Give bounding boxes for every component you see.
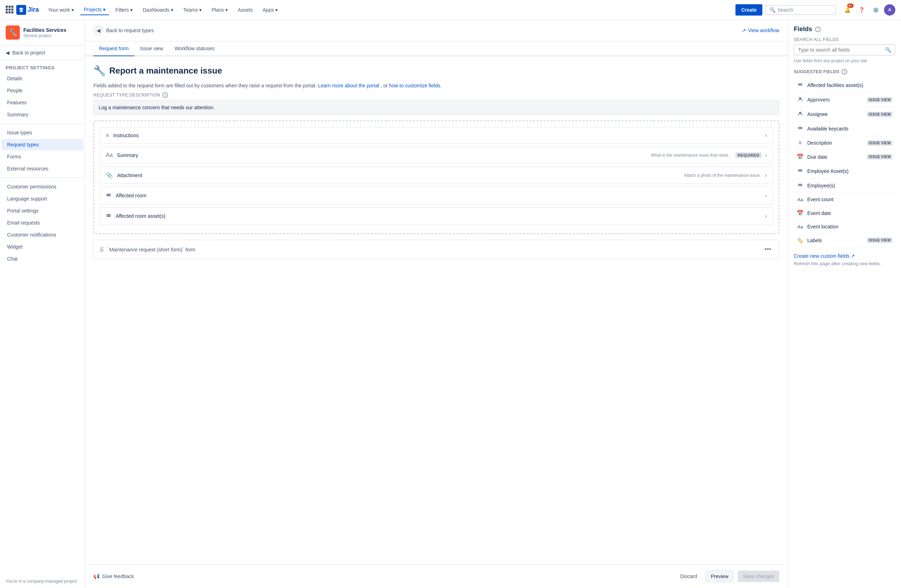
field-item-name-labels: Labels — [807, 238, 864, 243]
field-item-assignee[interactable]: Assignee ISSUE VIEW — [794, 107, 895, 121]
tab-issue-view[interactable]: Issue view — [134, 41, 169, 56]
preview-button[interactable]: Preview — [705, 570, 734, 582]
grid-icon[interactable] — [6, 6, 14, 14]
field-item-name-description: Description — [807, 140, 864, 146]
sidebar-item-language-support[interactable]: Language support — [2, 193, 83, 204]
field-summary-icon: Aa — [106, 152, 113, 159]
create-button[interactable]: Create — [736, 4, 762, 16]
tab-request-form[interactable]: Request form — [94, 41, 134, 56]
sidebar-item-issue-types[interactable]: Issue types — [2, 127, 83, 138]
sidebar-item-forms[interactable]: Forms — [2, 151, 83, 162]
sidebar-item-email-requests[interactable]: Email requests — [2, 217, 83, 229]
field-item-event-count[interactable]: Aa Event count — [794, 193, 895, 206]
sidebar-item-customer-notifications[interactable]: Customer notifications — [2, 229, 83, 240]
field-item-event-date[interactable]: 📅 Event date — [794, 206, 895, 220]
sidebar-item-widget[interactable]: Widget — [2, 241, 83, 252]
sidebar-item-details[interactable]: Details — [2, 73, 83, 84]
sidebar-item-customer-permissions[interactable]: Customer permissions — [2, 181, 83, 192]
nav-your-work[interactable]: Your work ▾ — [45, 5, 78, 15]
search-icon: 🔍 — [769, 7, 775, 13]
nav-dashboards[interactable]: Dashboards ▾ — [139, 5, 177, 15]
nav-plans[interactable]: Plans ▾ — [208, 5, 231, 15]
field-item-name: Affected facilities asset(s) — [807, 82, 893, 88]
svg-rect-5 — [798, 85, 802, 86]
field-summary[interactable]: Aa Summary What is the maintenance issue… — [100, 147, 773, 164]
svg-rect-11 — [798, 171, 802, 172]
customize-link[interactable]: how to customize fields. — [389, 83, 442, 89]
field-item-icon-employee-assets — [797, 168, 804, 175]
field-item-event-location[interactable]: Aa Event location — [794, 220, 895, 233]
field-item-description[interactable]: ≡ Description ISSUE VIEW — [794, 136, 895, 150]
field-item-labels[interactable]: 🏷️ Labels ISSUE VIEW — [794, 233, 895, 247]
field-item-approvers[interactable]: Approvers ISSUE VIEW — [794, 93, 895, 107]
field-item-due-date[interactable]: 📅 Due date ISSUE VIEW — [794, 150, 895, 164]
nav-logo[interactable]: Jira — [6, 5, 39, 15]
field-item-name-keycards: Available keycards — [807, 126, 893, 132]
tab-workflow-statuses[interactable]: Workflow statuses — [169, 41, 220, 56]
three-dots-menu[interactable]: ••• — [762, 245, 773, 254]
save-changes-button[interactable]: Save changes — [738, 571, 779, 582]
user-avatar[interactable]: A — [884, 4, 895, 16]
field-attachment[interactable]: 📎 Attachment Attach a photo of the maint… — [100, 166, 773, 184]
nav-teams[interactable]: Teams ▾ — [180, 5, 205, 15]
search-box[interactable]: 🔍 Search — [765, 5, 836, 15]
field-affected-room[interactable]: Affected room › — [100, 187, 773, 204]
project-header[interactable]: 🔧 Facilities Services Service project — [0, 20, 84, 46]
sidebar-item-portal-settings[interactable]: Portal settings — [2, 205, 83, 216]
fields-info-icon[interactable]: i — [815, 26, 821, 32]
field-affected-room-assets[interactable]: Affected room asset(s) › — [100, 207, 773, 225]
field-item-icon-assignee — [797, 110, 804, 118]
field-item-employees[interactable]: Employee(s) — [794, 179, 895, 193]
field-item-keycards[interactable]: Available keycards — [794, 121, 895, 136]
suggested-info-icon[interactable]: i — [842, 69, 847, 75]
field-item-name-event-location: Event location — [807, 224, 893, 229]
field-summary-label: Summary — [117, 152, 651, 158]
notifications-button[interactable]: 🔔 9+ — [842, 4, 853, 16]
nav-assets[interactable]: Assets — [234, 5, 256, 15]
fields-search-input[interactable] — [798, 47, 882, 53]
request-type-info-icon[interactable]: i — [162, 92, 168, 98]
learn-more-link[interactable]: Learn more about the portal — [318, 83, 379, 89]
project-type: Service project — [23, 33, 66, 38]
help-button[interactable]: ❓ — [856, 4, 867, 16]
sidebar-item-features[interactable]: Features — [2, 97, 83, 108]
field-item-affected-facilities[interactable]: Affected facilities asset(s) — [794, 78, 895, 93]
sidebar-divider-2 — [0, 177, 84, 178]
field-item-employee-assets[interactable]: Employee Asset(s) — [794, 164, 895, 179]
main-content: ◀ Back to request types ↗ View workflow … — [85, 20, 788, 588]
project-name: Facilities Services — [23, 27, 66, 33]
form-footer-label: `Maintenance request (short form)` form — [108, 247, 195, 252]
fields-search-box[interactable]: 🔍 — [794, 44, 895, 56]
sidebar-item-chat[interactable]: Chat — [2, 253, 83, 264]
field-instructions[interactable]: ≡ Instructions › — [100, 127, 773, 144]
bottom-bar: 📢 Give feedback Discard Preview Save cha… — [85, 564, 788, 588]
jira-logo[interactable]: Jira — [16, 5, 39, 15]
back-arrow-icon: ◀ — [94, 25, 103, 35]
sidebar-item-external-resources[interactable]: External resources — [2, 163, 83, 174]
give-feedback-button[interactable]: 📢 Give feedback — [94, 574, 134, 579]
sidebar-item-people[interactable]: People — [2, 85, 83, 96]
suggested-fields-label: Suggested fields i — [794, 69, 895, 75]
svg-point-6 — [799, 97, 801, 100]
settings-button[interactable]: ⚙️ — [870, 4, 881, 16]
nav-filters[interactable]: Filters ▾ — [112, 5, 136, 15]
create-custom-fields-link[interactable]: Create new custom fields ↗ — [794, 253, 895, 259]
fields-search-icon: 🔍 — [885, 47, 891, 53]
back-label-text: Back to request types — [106, 28, 154, 33]
discard-button[interactable]: Discard — [676, 571, 701, 582]
required-badge: REQUIRED — [736, 152, 762, 158]
sidebar-item-summary[interactable]: Summary — [2, 109, 83, 120]
back-to-project[interactable]: ◀ Back to project — [0, 46, 84, 60]
chevron-right-icon-4: › — [765, 192, 767, 199]
back-to-request-types[interactable]: ◀ Back to request types — [94, 25, 154, 35]
nav-projects[interactable]: Projects ▾ — [80, 5, 109, 15]
view-workflow-button[interactable]: ↗ View workflow — [742, 28, 779, 33]
svg-rect-13 — [798, 185, 802, 186]
field-instructions-icon: ≡ — [106, 132, 109, 138]
nav-apps[interactable]: Apps ▾ — [259, 5, 281, 15]
sidebar-item-request-types[interactable]: Request types — [2, 139, 83, 150]
field-item-icon-event-count: Aa — [797, 197, 804, 202]
svg-rect-2 — [106, 214, 111, 215]
field-item-name-due-date: Due date — [807, 154, 864, 160]
svg-rect-12 — [798, 184, 802, 185]
